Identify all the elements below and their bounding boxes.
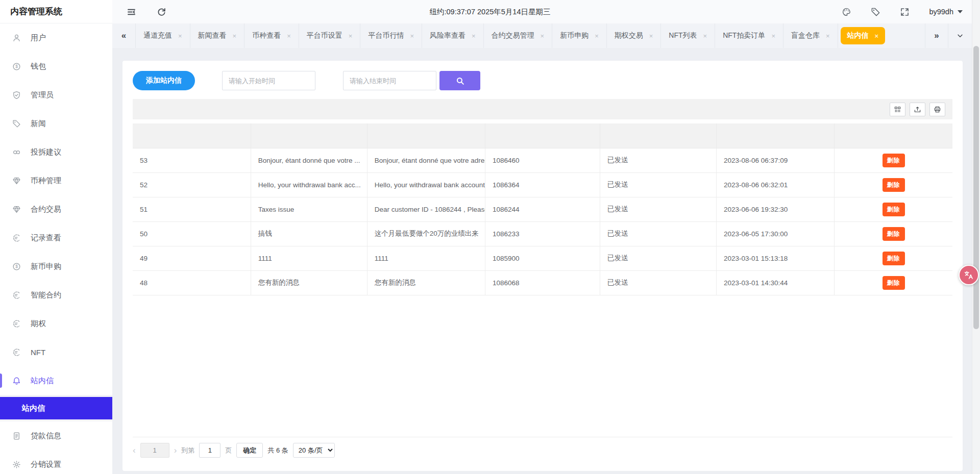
cell-id: 52: [133, 172, 251, 197]
tab-platform-coin-settings[interactable]: 平台币设置 ×: [299, 23, 361, 48]
sidebar-item-feedback[interactable]: 投拆建议: [0, 138, 112, 166]
cell-recipient: 1086233: [485, 221, 600, 246]
delete-button[interactable]: 删除: [883, 178, 905, 192]
tab-options-trade[interactable]: 期权交易 ×: [607, 23, 662, 48]
tab-close-icon[interactable]: ×: [649, 32, 653, 40]
tag-icon[interactable]: [871, 7, 880, 17]
sidebar-item-options[interactable]: 期权: [0, 309, 112, 338]
goto-page-input[interactable]: [199, 443, 220, 458]
sidebar-item-label: 贷款信息: [31, 431, 61, 441]
page-size-select[interactable]: 20 条/页: [293, 443, 335, 458]
sidebar-item-icon: $: [12, 62, 21, 71]
sidebar-collapse-icon[interactable]: [127, 7, 136, 17]
tab-close-icon[interactable]: ×: [472, 32, 476, 40]
start-time-input[interactable]: [222, 71, 315, 90]
sidebar-item-smart-contract[interactable]: 智能合约: [0, 281, 112, 309]
next-page-button[interactable]: ›: [174, 446, 177, 455]
tab-coin-view[interactable]: 币种查看 ×: [244, 23, 299, 48]
end-time-input[interactable]: [343, 71, 436, 90]
tab-label: 站内信: [847, 31, 869, 40]
tab-news-view[interactable]: 新闻查看 ×: [190, 23, 245, 48]
tab-close-icon[interactable]: ×: [178, 32, 182, 40]
tab-nft-auction-orders[interactable]: NFT拍卖订单 ×: [715, 23, 783, 48]
sidebar-item-coin-manage[interactable]: 币种管理: [0, 166, 112, 195]
sidebar-item-distribution-settings[interactable]: 分销设置: [0, 450, 112, 474]
tab-close-icon[interactable]: ×: [541, 32, 545, 40]
goto-confirm-button[interactable]: 确定: [236, 443, 263, 458]
tab-channel-recharge[interactable]: 通道充值 ×: [136, 23, 190, 48]
print-button[interactable]: [929, 103, 945, 116]
cell-recipient: 1086068: [485, 270, 600, 295]
export-button[interactable]: [910, 103, 925, 116]
delete-button[interactable]: 删除: [883, 203, 905, 216]
column-header: [367, 123, 485, 148]
sidebar-item-icon: [12, 91, 21, 99]
cell-content: Hello, your withdrawal bank account: [367, 172, 485, 197]
current-page-button[interactable]: 1: [140, 443, 169, 458]
tab-close-icon[interactable]: ×: [233, 32, 237, 40]
tab-blindbox-warehouse[interactable]: 盲盒仓库 ×: [783, 23, 838, 48]
tab-platform-coin-market[interactable]: 平台币行情 ×: [360, 23, 422, 48]
tab-close-icon[interactable]: ×: [349, 32, 353, 40]
tab-close-icon[interactable]: ×: [771, 32, 775, 40]
delete-button[interactable]: 删除: [883, 252, 905, 265]
sidebar-item-news[interactable]: 新闻: [0, 109, 112, 138]
sidebar-item-loan-info[interactable]: 贷款信息: [0, 421, 112, 450]
toggle-columns-button[interactable]: [890, 103, 905, 116]
tab-close-icon[interactable]: ×: [875, 32, 879, 40]
tab-risk-rate-view[interactable]: 风险率查看 ×: [422, 23, 484, 48]
sidebar-item-new-coin-subscribe[interactable]: $ 新币申购: [0, 252, 112, 281]
cell-title: Taxes issue: [251, 197, 367, 221]
sidebar-item-nft[interactable]: NFT: [0, 338, 112, 366]
cell-content: 1111: [367, 246, 485, 270]
tabs-scroll-left-button[interactable]: «: [112, 23, 136, 48]
tab-site-message[interactable]: 站内信 ×: [841, 27, 886, 44]
theme-palette-icon[interactable]: [842, 7, 851, 17]
tab-close-icon[interactable]: ×: [703, 32, 707, 40]
add-message-button[interactable]: 添加站内信: [133, 71, 195, 90]
tab-close-icon[interactable]: ×: [287, 32, 291, 40]
tab-new-coin-subscribe[interactable]: 新币申购 ×: [552, 23, 607, 48]
sidebar-subitem-site-message[interactable]: 站内信: [0, 397, 112, 419]
scrollbar-thumb[interactable]: [973, 46, 979, 329]
cell-actions: 删除: [835, 270, 952, 295]
delete-button[interactable]: 删除: [883, 276, 905, 290]
goto-prefix-label: 到第: [181, 446, 194, 455]
sidebar-item-record-view[interactable]: 记录查看: [0, 223, 112, 252]
sidebar-item-admins[interactable]: 管理员: [0, 81, 112, 109]
cell-created: 2023-03-01 14:30:44: [716, 270, 834, 295]
sidebar-item-site-message[interactable]: 站内信: [0, 366, 112, 395]
fullscreen-icon[interactable]: [900, 7, 910, 17]
delete-button[interactable]: 删除: [883, 154, 905, 167]
svg-text:$: $: [15, 264, 18, 269]
search-button[interactable]: [439, 71, 480, 90]
sidebar-item-contract-trade[interactable]: 合约交易: [0, 195, 112, 223]
print-icon: [934, 106, 941, 113]
tab-close-icon[interactable]: ×: [826, 32, 830, 40]
cell-status: 已发送: [600, 197, 716, 221]
sidebar-item-wallet[interactable]: $ 钱包: [0, 52, 112, 81]
tab-contract-trade-manage[interactable]: 合约交易管理 ×: [484, 23, 553, 48]
translate-fab-button[interactable]: [959, 265, 979, 285]
tab-close-icon[interactable]: ×: [410, 32, 414, 40]
tabs-dropdown-button[interactable]: [948, 23, 972, 48]
tab-label: 新闻查看: [198, 31, 227, 40]
cell-created: 2023-06-05 17:30:00: [716, 221, 834, 246]
translate-icon: [963, 269, 975, 281]
cell-recipient: 1086364: [485, 172, 600, 197]
cell-actions: 删除: [835, 221, 952, 246]
sidebar-item-label: 期权: [31, 319, 46, 329]
user-menu[interactable]: by99dh: [929, 8, 963, 16]
tab-nft-list[interactable]: NFT列表 ×: [661, 23, 715, 48]
delete-button[interactable]: 删除: [883, 227, 905, 241]
sidebar-item-users[interactable]: 用户: [0, 23, 112, 52]
tabs-scroll-right-button[interactable]: »: [925, 23, 948, 48]
svg-text:$: $: [15, 64, 18, 69]
tab-close-icon[interactable]: ×: [595, 32, 599, 40]
refresh-icon[interactable]: [157, 7, 166, 17]
sidebar-item-icon: [12, 319, 21, 328]
cell-content: Dear customer ID - 1086244 , Please: [367, 197, 485, 221]
cell-recipient: 1085900: [485, 246, 600, 270]
prev-page-button[interactable]: ‹: [133, 446, 136, 455]
sidebar-item-label: 币种管理: [31, 176, 61, 186]
